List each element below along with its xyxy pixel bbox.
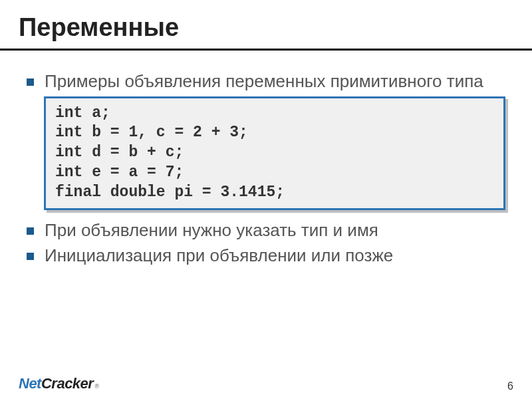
bullet-item: Инициализация при объявлении или позже — [27, 245, 505, 267]
bullet-text: Инициализация при объявлении или позже — [45, 245, 505, 267]
slide-footer: NetCracker® 6 — [19, 375, 513, 392]
bullet-square-icon — [27, 253, 34, 260]
logo-registered-icon: ® — [94, 383, 99, 390]
title-divider — [0, 49, 532, 51]
logo: NetCracker® — [19, 375, 99, 392]
logo-part-cracker: Cracker — [41, 375, 93, 392]
page-number: 6 — [507, 380, 513, 392]
slide-content: Примеры объявления переменных примитивно… — [0, 70, 532, 267]
bullet-square-icon — [27, 78, 34, 86]
slide-title: Переменные — [0, 0, 532, 49]
code-block: int a; int b = 1, c = 2 + 3; int d = b +… — [44, 96, 505, 210]
bullet-text: При объявлении нужно указать тип и имя — [45, 219, 505, 241]
slide: Переменные Примеры объявления переменных… — [0, 0, 532, 399]
bullet-item: Примеры объявления переменных примитивно… — [27, 70, 505, 92]
bullet-item: При объявлении нужно указать тип и имя — [27, 219, 505, 241]
bullet-text: Примеры объявления переменных примитивно… — [45, 70, 505, 92]
bullet-square-icon — [27, 227, 34, 235]
logo-part-net: Net — [19, 375, 41, 392]
